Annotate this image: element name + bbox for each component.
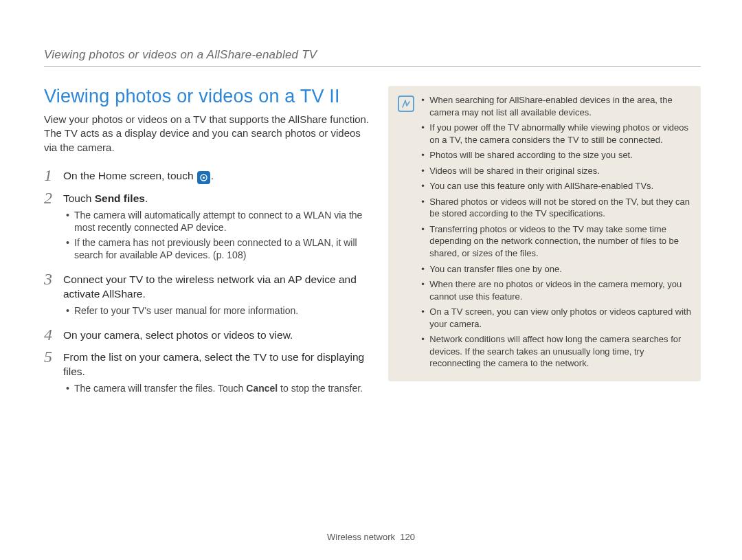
step-text-post: .	[145, 192, 148, 204]
right-column: When searching for AllShare-enabled devi…	[388, 86, 701, 404]
note-item: Transferring photos or videos to the TV …	[421, 223, 691, 260]
step-text-pre: On the Home screen, touch	[63, 170, 196, 181]
step-5: 5 From the list on your camera, select t…	[44, 348, 369, 399]
step-sub-item: The camera will automatically attempt to…	[66, 209, 369, 234]
intro-paragraph: View your photos or videos on a TV that …	[44, 113, 369, 155]
step-text: From the list on your camera, select the…	[63, 351, 364, 377]
step-text-post: .	[211, 170, 214, 181]
section-title: Viewing photos or videos on a TV II	[44, 86, 369, 107]
step-number: 5	[44, 348, 56, 365]
note-item: On a TV screen, you can view only photos…	[421, 306, 691, 330]
note-item: If you power off the TV abnormally while…	[421, 122, 691, 146]
step-number: 1	[44, 167, 56, 183]
step-text: On your camera, select photos or videos …	[63, 329, 293, 341]
step-text-bold: Send files	[95, 192, 145, 204]
note-item: When searching for AllShare-enabled devi…	[421, 94, 691, 118]
step-text-pre: Touch	[63, 192, 95, 204]
note-item: You can transfer files one by one.	[421, 263, 691, 276]
step-4: 4 On your camera, select photos or video…	[44, 326, 369, 343]
note-item: Photos will be shared according to the s…	[421, 149, 691, 161]
note-item: Shared photos or videos will not be stor…	[421, 196, 691, 220]
step-number: 4	[44, 326, 56, 343]
page-footer: Wireless network 120	[0, 532, 742, 542]
step-sub-item: The camera will transfer the files. Touc…	[66, 382, 369, 394]
footer-page-number: 120	[400, 532, 415, 542]
page-header: Viewing photos or videos on a AllShare-e…	[44, 48, 701, 67]
step-sub-item: Refer to your TV's user manual for more …	[66, 304, 369, 317]
step-2: 2 Touch Send files. The camera will auto…	[44, 190, 369, 266]
note-item: Network conditions will affect how long …	[421, 333, 691, 370]
content-columns: Viewing photos or videos on a TV II View…	[44, 86, 701, 404]
notes-list: When searching for AllShare-enabled devi…	[421, 94, 691, 373]
step-number: 3	[44, 271, 56, 287]
note-item: Videos will be shared in their original …	[421, 165, 691, 177]
left-column: Viewing photos or videos on a TV II View…	[44, 86, 369, 404]
note-icon	[398, 96, 414, 112]
steps-list: 1 On the Home screen, touch . 2 Touch Se…	[44, 167, 369, 399]
note-box: When searching for AllShare-enabled devi…	[388, 86, 701, 381]
footer-section: Wireless network	[327, 532, 395, 542]
step-1: 1 On the Home screen, touch .	[44, 167, 369, 184]
allshare-icon	[197, 171, 210, 184]
step-number: 2	[44, 190, 56, 206]
step-text: Connect your TV to the wireless network …	[63, 273, 357, 300]
note-item: You can use this feature only with AllSh…	[421, 180, 691, 192]
svg-point-1	[203, 177, 205, 179]
note-item: When there are no photos or videos in th…	[421, 278, 691, 302]
step-3: 3 Connect your TV to the wireless networ…	[44, 271, 369, 321]
manual-page: Viewing photos or videos on a AllShare-e…	[0, 0, 742, 560]
step-sub-item: If the camera has not previously been co…	[66, 236, 369, 261]
